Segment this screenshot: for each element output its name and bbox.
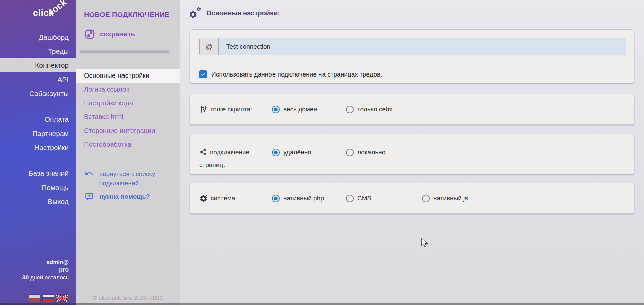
main-menu: Дашборд Треды Коннектор API Сабакаунты О… (0, 30, 76, 209)
radio-unselected-icon[interactable] (422, 195, 430, 202)
radio-selected-icon[interactable] (272, 149, 280, 156)
system-row: система: нативный php CMS нативный js (190, 183, 634, 213)
save-icon (85, 29, 95, 39)
radio-selected-icon[interactable] (272, 195, 280, 202)
use-on-threads-row: Использовать данное подключение на стран… (199, 70, 626, 78)
account-days-left: 30 дней осталось (22, 274, 69, 282)
route-script-card: route скрипта: весь домен только себя (190, 94, 634, 125)
sidebar-item-knowledge-base[interactable]: База знаний (0, 166, 76, 181)
system-label: система: (211, 195, 237, 202)
connection-name-group: @ (199, 38, 626, 55)
sidebar-item-partners[interactable]: Партнерам (0, 126, 76, 141)
radio-unselected-icon[interactable] (346, 106, 354, 113)
mouse-cursor (421, 238, 428, 248)
route-script-row: route скрипта: весь домен только себя (190, 94, 634, 124)
language-switcher (29, 295, 68, 302)
connection-name-input[interactable] (219, 38, 626, 55)
route-script-label-block: route скрипта: (199, 105, 272, 114)
route-script-label: route скрипта: (211, 106, 252, 113)
radio-unselected-icon[interactable] (346, 149, 354, 156)
sidebar-item-dashboard[interactable]: Дашборд (0, 30, 76, 44)
radio-option-label: удалённо (283, 149, 311, 156)
need-help-link[interactable]: нужна помощь? (85, 192, 150, 201)
copyright-footer: © clicklock.site 2020-2021 (76, 295, 180, 302)
app-window: clicklock Дашборд Треды Коннектор API Са… (0, 0, 644, 305)
system-card: система: нативный php CMS нативный js (190, 183, 634, 214)
account-login: admin@ (22, 258, 69, 266)
screen-bottom-edge (0, 303, 644, 305)
page-title: Основные настройки: (206, 9, 280, 17)
connection-name-card: @ Использовать данное подключение на стр… (190, 29, 634, 83)
days-text: дней осталось (29, 274, 69, 281)
radio-option-local[interactable]: локально (346, 146, 385, 159)
share-icon (199, 148, 207, 156)
menu-spacer (0, 155, 76, 166)
gear-icon (199, 194, 208, 203)
radio-option-cms[interactable]: CMS (346, 195, 422, 202)
connection-panel: НОВОЕ ПОДКЛЮЧЕНИЕ сохранить Основные нас… (76, 0, 180, 305)
system-label-block: система: (199, 194, 272, 203)
sidebar-item-settings[interactable]: Настройки (0, 141, 76, 155)
page-connection-label-block: подключение страниц: (199, 146, 272, 171)
panel-item-link-logic[interactable]: Логика ссылок (76, 83, 180, 96)
radio-option-only-self[interactable]: только себя (346, 106, 393, 113)
radio-option-native-php[interactable]: нативный php (272, 195, 346, 202)
save-button[interactable]: сохранить (85, 29, 135, 39)
undo-icon (85, 169, 94, 188)
sidebar-item-threads[interactable]: Треды (0, 44, 76, 58)
radio-option-whole-domain[interactable]: весь домен (272, 106, 346, 113)
uk-flag-icon[interactable] (56, 295, 68, 302)
radio-option-label: только себя (357, 106, 393, 113)
panel-item-main-settings[interactable]: Основные настройки (76, 69, 180, 83)
panel-title: НОВОЕ ПОДКЛЮЧЕНИЕ (84, 11, 170, 19)
help-bubble-icon (85, 192, 94, 201)
back-to-list-link[interactable]: вернуться к списку подключений (85, 169, 172, 188)
radio-option-native-js[interactable]: нативный js (422, 195, 468, 202)
page-connection-row: подключение страниц: удалённо локально (190, 134, 634, 174)
radio-option-label: весь домен (283, 106, 317, 113)
radio-option-label: нативный php (283, 195, 324, 202)
panel-item-integrations[interactable]: Сторонние интеграции (76, 124, 180, 138)
save-button-label: сохранить (100, 30, 135, 38)
main-content: Основные настройки: @ Использовать данно… (180, 0, 644, 305)
russia-flag-icon[interactable] (43, 295, 54, 302)
panel-menu: Основные настройки Логика ссылок Настрой… (76, 69, 180, 151)
gears-icon (188, 7, 202, 19)
use-on-threads-checkbox[interactable] (199, 70, 207, 78)
at-prefix: @ (200, 38, 219, 55)
sidebar-item-api[interactable]: API (0, 72, 76, 87)
help-link-label: нужна помощь? (99, 193, 150, 200)
sidebar-item-subaccounts[interactable]: Сабакаунты (0, 87, 76, 101)
page-connection-card: подключение страниц: удалённо локально (190, 134, 634, 174)
days-count: 30 (22, 274, 29, 281)
panel-item-code-settings[interactable]: Настройки кода (76, 96, 180, 110)
clicklock-logo[interactable]: clicklock (33, 8, 73, 18)
radio-option-label: нативный js (433, 195, 468, 202)
sidebar-item-connector[interactable]: Коннектор (0, 58, 76, 72)
panel-item-html-insert[interactable]: Вставка html (76, 110, 180, 124)
account-info: admin@ pro 30 дней осталось (22, 258, 69, 282)
account-plan: pro (22, 266, 69, 274)
poland-flag-icon[interactable] (29, 295, 40, 302)
main-sidebar: clicklock Дашборд Треды Коннектор API Са… (0, 0, 76, 305)
radio-option-label: локально (357, 149, 385, 156)
sidebar-item-payment[interactable]: Оплата (0, 112, 76, 126)
panel-item-postprocessing[interactable]: Постобработка (76, 138, 180, 151)
radio-option-remote[interactable]: удалённо (272, 146, 346, 159)
back-link-label: вернуться к списку подключений (99, 169, 163, 188)
use-on-threads-label: Использовать данное подключение на стран… (211, 71, 382, 78)
panel-divider (80, 51, 169, 53)
radio-option-label: CMS (357, 195, 371, 202)
radio-selected-icon[interactable] (272, 106, 280, 113)
radio-unselected-icon[interactable] (346, 195, 354, 202)
sidebar-item-logout[interactable]: Выход (0, 195, 76, 209)
page-header: Основные настройки: (188, 7, 280, 19)
menu-spacer (0, 101, 76, 112)
route-icon (199, 105, 208, 114)
sidebar-item-help[interactable]: Помощь (0, 181, 76, 195)
